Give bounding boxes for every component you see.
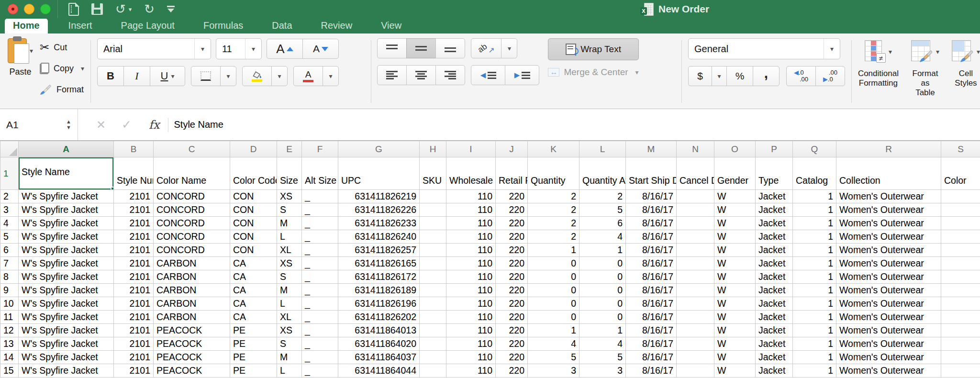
cell-F12[interactable]: _	[302, 324, 338, 337]
cell-B7[interactable]: 2101	[114, 257, 154, 270]
cell-R3[interactable]: Women's Outerwear	[836, 203, 941, 217]
cell-L9[interactable]: 0	[579, 284, 626, 297]
cell-A10[interactable]: W's Spyfire Jacket	[19, 297, 114, 311]
cell-M13[interactable]: 8/16/17	[626, 337, 677, 351]
cell-G12[interactable]: 631411864013	[338, 324, 420, 337]
cell-D13[interactable]: PE	[230, 337, 277, 351]
cell-L1[interactable]: Quantity Available	[579, 157, 626, 190]
cell-I6[interactable]: 110	[446, 244, 496, 257]
cell-E15[interactable]: L	[277, 364, 302, 378]
cell-O11[interactable]: W	[714, 311, 756, 324]
cell-A3[interactable]: W's Spyfire Jacket	[19, 203, 114, 217]
cell-M1[interactable]: Start Ship Date	[626, 157, 677, 190]
cell-S6[interactable]	[941, 244, 980, 257]
row-header-14[interactable]: 14	[0, 351, 19, 364]
enter-icon[interactable]: ✓	[122, 118, 132, 132]
cell-R1[interactable]: Collection	[836, 157, 941, 190]
cell-G15[interactable]: 631411864044	[338, 364, 420, 378]
cell-L12[interactable]: 1	[579, 324, 626, 337]
cell-J15[interactable]: 220	[496, 364, 528, 378]
cell-J13[interactable]: 220	[496, 337, 528, 351]
cell-L3[interactable]: 5	[579, 203, 626, 217]
cell-styles-dropdown-icon[interactable]: ▾	[977, 48, 980, 56]
row-header-3[interactable]: 3	[0, 203, 19, 217]
column-header-P[interactable]: P	[756, 141, 793, 157]
cell-I14[interactable]: 110	[446, 351, 496, 364]
cell-R2[interactable]: Women's Outerwear	[836, 190, 941, 203]
decrease-font-size-button[interactable]: A	[302, 39, 339, 59]
cell-I1[interactable]: Wholesale Price	[446, 157, 496, 190]
cell-P15[interactable]: Jacket	[756, 364, 793, 378]
align-center-button[interactable]	[406, 65, 436, 85]
cell-F9[interactable]: _	[302, 284, 338, 297]
cell-N9[interactable]	[677, 284, 714, 297]
cell-S13[interactable]	[941, 337, 980, 351]
cell-F11[interactable]: _	[302, 311, 338, 324]
cell-P7[interactable]: Jacket	[756, 257, 793, 270]
copy-button[interactable]: Copy ▾	[40, 60, 84, 77]
cell-G1[interactable]: UPC	[338, 157, 420, 190]
cell-N14[interactable]	[677, 351, 714, 364]
orientation-dropdown[interactable]: ▾	[501, 38, 517, 58]
cell-D8[interactable]: CA	[230, 270, 277, 284]
cell-D11[interactable]: CA	[230, 311, 277, 324]
align-left-button[interactable]	[377, 65, 407, 85]
cell-E9[interactable]: M	[277, 284, 302, 297]
cell-P8[interactable]: Jacket	[756, 270, 793, 284]
fill-color-button[interactable]	[242, 66, 272, 86]
cell-N3[interactable]	[677, 203, 714, 217]
number-format-select[interactable]: General ▾	[688, 38, 840, 59]
cell-R5[interactable]: Women's Outerwear	[836, 230, 941, 244]
cell-H1[interactable]: SKU	[420, 157, 446, 190]
font-family-select[interactable]: Arial ▾	[97, 38, 211, 59]
column-header-S[interactable]: S	[941, 141, 980, 157]
cell-P6[interactable]: Jacket	[756, 244, 793, 257]
cell-R12[interactable]: Women's Outerwear	[836, 324, 941, 337]
cell-S2[interactable]	[941, 190, 980, 203]
conditional-formatting-dropdown-icon[interactable]: ▾	[889, 48, 892, 56]
cell-M4[interactable]: 8/16/17	[626, 217, 677, 230]
cell-D1[interactable]: Color Code	[230, 157, 277, 190]
cell-K6[interactable]: 1	[528, 244, 579, 257]
cell-D10[interactable]: CA	[230, 297, 277, 311]
cell-H14[interactable]	[420, 351, 446, 364]
cell-J11[interactable]: 220	[496, 311, 528, 324]
increase-font-size-button[interactable]: A	[267, 39, 303, 59]
cell-styles-button[interactable]: ▾ CellStyles	[952, 40, 980, 88]
cell-H3[interactable]	[420, 203, 446, 217]
column-header-C[interactable]: C	[154, 141, 230, 157]
column-header-L[interactable]: L	[579, 141, 626, 157]
cancel-icon[interactable]: ✕	[96, 118, 106, 132]
fill-handle[interactable]	[111, 187, 114, 190]
cell-N8[interactable]	[677, 270, 714, 284]
cell-O8[interactable]: W	[714, 270, 756, 284]
cell-O14[interactable]: W	[714, 351, 756, 364]
cell-H13[interactable]	[420, 337, 446, 351]
cell-O10[interactable]: W	[714, 297, 756, 311]
cell-B9[interactable]: 2101	[114, 284, 154, 297]
cell-K15[interactable]: 3	[528, 364, 579, 378]
increase-decimal-button[interactable]: .00 ▶.0	[815, 66, 845, 86]
cell-F13[interactable]: _	[302, 337, 338, 351]
cell-A6[interactable]: W's Spyfire Jacket	[19, 244, 114, 257]
cell-M14[interactable]: 8/16/17	[626, 351, 677, 364]
cell-M5[interactable]: 8/16/17	[626, 230, 677, 244]
align-bottom-button[interactable]	[435, 38, 465, 58]
cell-B6[interactable]: 2101	[114, 244, 154, 257]
cell-P2[interactable]: Jacket	[756, 190, 793, 203]
column-header-D[interactable]: D	[230, 141, 277, 157]
cell-N10[interactable]	[677, 297, 714, 311]
cell-O7[interactable]: W	[714, 257, 756, 270]
cell-C13[interactable]: PEACOCK	[154, 337, 230, 351]
column-header-Q[interactable]: Q	[793, 141, 836, 157]
row-header-11[interactable]: 11	[0, 311, 19, 324]
cell-E14[interactable]: M	[277, 351, 302, 364]
row-header-7[interactable]: 7	[0, 257, 19, 270]
underline-dropdown-icon[interactable]: ▾	[171, 72, 174, 80]
cell-P10[interactable]: Jacket	[756, 297, 793, 311]
orientation-button[interactable]: ab ↗	[471, 38, 501, 58]
cell-G4[interactable]: 631411826233	[338, 217, 420, 230]
cell-B12[interactable]: 2101	[114, 324, 154, 337]
cell-D6[interactable]: CON	[230, 244, 277, 257]
cell-K14[interactable]: 5	[528, 351, 579, 364]
